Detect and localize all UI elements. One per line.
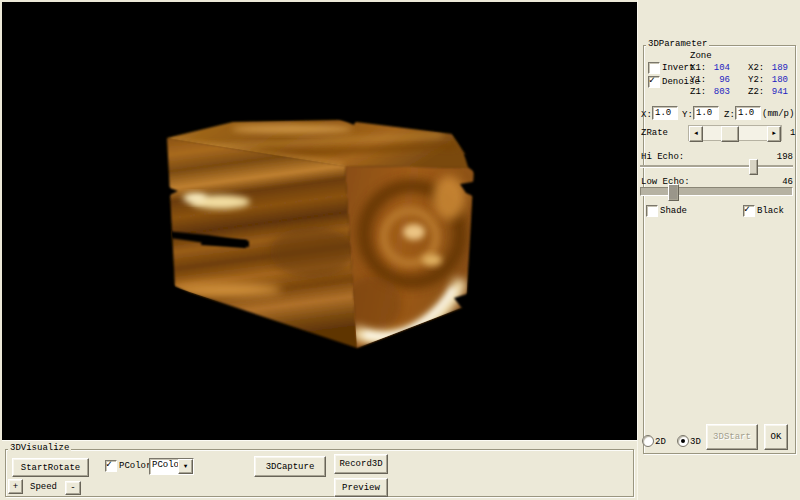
hi-echo-value: 198 bbox=[761, 152, 793, 162]
pcolor-dropdown-value: PColor bbox=[150, 459, 178, 474]
zone-row-y: Y1: 96 Y2: 180 bbox=[690, 75, 788, 85]
ok-button[interactable]: OK bbox=[764, 424, 788, 450]
radio-2d-label: 2D bbox=[655, 437, 666, 447]
hi-echo-slider-thumb[interactable] bbox=[749, 159, 758, 175]
zone-x1-label: X1: bbox=[690, 63, 707, 73]
record3d-button[interactable]: Record3D bbox=[334, 454, 388, 474]
speed-label: Speed bbox=[30, 482, 57, 492]
y-scale-label: Y: bbox=[682, 110, 693, 120]
speed-plus-button[interactable]: + bbox=[8, 479, 23, 494]
y-scale-input[interactable] bbox=[693, 106, 719, 120]
scroll-right-icon[interactable]: ► bbox=[767, 126, 781, 142]
3dcapture-button[interactable]: 3DCapture bbox=[254, 456, 326, 477]
check-icon: ✓ bbox=[744, 203, 750, 215]
zone-z2-label: Z2: bbox=[748, 87, 765, 97]
zone-row-z: Z1: 803 Z2: 941 bbox=[690, 87, 788, 97]
zone-title: Zone bbox=[690, 51, 712, 61]
3d-volume-render bbox=[2, 2, 637, 440]
render-viewport[interactable] bbox=[2, 2, 637, 440]
zrate-scrollbar-track[interactable] bbox=[703, 126, 767, 140]
zone-y2-label: Y2: bbox=[748, 75, 765, 85]
check-icon: ✓ bbox=[106, 458, 112, 470]
low-echo-slider[interactable] bbox=[640, 187, 793, 196]
start-rotate-button[interactable]: StartRotate bbox=[12, 458, 89, 477]
zone-y1-value: 96 bbox=[707, 75, 730, 85]
zone-x2-label: X2: bbox=[748, 63, 765, 73]
invert-checkbox[interactable]: ✓ bbox=[648, 62, 660, 74]
zrate-scrollbar[interactable]: ◄ ► bbox=[688, 125, 782, 141]
pcolor-dropdown[interactable]: PColor ▼ bbox=[149, 458, 194, 475]
zone-y1-label: Y1: bbox=[690, 75, 707, 85]
zone-y2-value: 180 bbox=[765, 75, 788, 85]
zrate-value: 1 bbox=[790, 128, 795, 138]
zone-z2-value: 941 bbox=[765, 87, 788, 97]
preview-button[interactable]: Preview bbox=[334, 478, 388, 497]
3dstart-button[interactable]: 3DStart bbox=[706, 424, 758, 450]
speed-minus-button[interactable]: - bbox=[65, 481, 81, 495]
denoise-checkbox[interactable]: ✓ bbox=[648, 76, 660, 88]
scroll-left-icon[interactable]: ◄ bbox=[689, 126, 703, 142]
black-label: Black bbox=[757, 206, 784, 216]
radio-3d[interactable] bbox=[677, 435, 689, 447]
zone-x2-value: 189 bbox=[765, 63, 788, 73]
pcolor-label: PColor bbox=[119, 461, 151, 471]
visualize-panel: 3DVisualize StartRotate + Speed - ✓ PCol… bbox=[2, 440, 637, 499]
hi-echo-slider[interactable] bbox=[640, 165, 793, 168]
visualize-group-title: 3DVisualize bbox=[8, 444, 71, 453]
zrate-label: ZRate bbox=[641, 128, 668, 138]
low-echo-slider-thumb[interactable] bbox=[668, 184, 679, 201]
scale-unit-label: (mm/p) bbox=[762, 109, 794, 119]
zone-z1-value: 803 bbox=[707, 87, 730, 97]
x-scale-label: X: bbox=[641, 110, 652, 120]
radio-2d[interactable] bbox=[642, 435, 654, 447]
radio-3d-label: 3D bbox=[690, 437, 701, 447]
parameter-group-title: 3DParameter bbox=[646, 40, 709, 49]
black-checkbox[interactable]: ✓ bbox=[743, 205, 755, 217]
check-icon: ✓ bbox=[649, 74, 655, 86]
zone-x1-value: 104 bbox=[707, 63, 730, 73]
dropdown-arrow-icon[interactable]: ▼ bbox=[178, 459, 193, 474]
pcolor-checkbox[interactable]: ✓ bbox=[105, 460, 117, 472]
x-scale-input[interactable] bbox=[652, 106, 678, 120]
shade-label: Shade bbox=[660, 206, 687, 216]
z-scale-input[interactable] bbox=[735, 106, 761, 120]
shade-checkbox[interactable]: ✓ bbox=[646, 205, 658, 217]
low-echo-label: Low Echo: bbox=[641, 177, 690, 187]
z-scale-label: Z: bbox=[724, 110, 735, 120]
zone-z1-label: Z1: bbox=[690, 87, 707, 97]
low-echo-value: 46 bbox=[761, 177, 793, 187]
zone-row-x: X1: 104 X2: 189 bbox=[690, 63, 788, 73]
zrate-scrollbar-thumb[interactable] bbox=[721, 126, 739, 142]
hi-echo-label: Hi Echo: bbox=[641, 152, 684, 162]
parameter-panel: 3DParameter ✓ Invert ✓ Denoise Zone X1: … bbox=[637, 0, 799, 500]
app-window: 3DParameter ✓ Invert ✓ Denoise Zone X1: … bbox=[0, 0, 800, 500]
